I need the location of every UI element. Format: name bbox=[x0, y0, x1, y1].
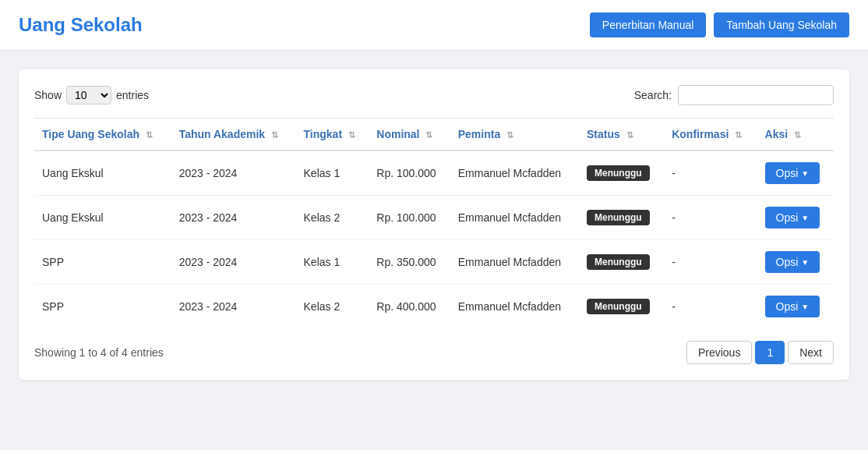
show-entries: Show 10 25 50 100 entries bbox=[34, 86, 149, 105]
page-1-button[interactable]: 1 bbox=[755, 341, 785, 364]
table-body: Uang Ekskul 2023 - 2024 Kelas 1 Rp. 100.… bbox=[34, 151, 834, 328]
show-label: Show bbox=[34, 89, 62, 101]
status-badge-0: Menunggu bbox=[587, 165, 650, 181]
opsi-button-1[interactable]: Opsi bbox=[765, 207, 820, 229]
page-title: Uang Sekolah bbox=[19, 14, 143, 36]
table-container: Show 10 25 50 100 entries Search: Tipe U… bbox=[19, 69, 849, 380]
tambah-uang-sekolah-button[interactable]: Tambah Uang Sekolah bbox=[714, 12, 849, 37]
cell-aksi-1: Opsi bbox=[757, 196, 834, 240]
col-status: Status ⇅ bbox=[579, 119, 664, 151]
status-badge-2: Menunggu bbox=[587, 254, 650, 270]
cell-tingkat-0: Kelas 1 bbox=[296, 151, 369, 196]
cell-nominal-0: Rp. 100.000 bbox=[369, 151, 450, 196]
cell-konfirmasi-3: - bbox=[664, 285, 757, 329]
cell-tingkat-3: Kelas 2 bbox=[296, 285, 369, 329]
header-bar: Uang Sekolah Penerbitan Manual Tambah Ua… bbox=[0, 0, 868, 51]
table-controls: Show 10 25 50 100 entries Search: bbox=[34, 85, 834, 105]
showing-info: Showing 1 to 4 of 4 entries bbox=[34, 346, 164, 359]
table-header-row: Tipe Uang Sekolah ⇅ Tahun Akademik ⇅ Tin… bbox=[34, 119, 834, 151]
opsi-button-3[interactable]: Opsi bbox=[765, 296, 820, 317]
sort-icon-tingkat: ⇅ bbox=[348, 130, 355, 140]
cell-konfirmasi-1: - bbox=[664, 196, 757, 240]
col-peminta: Peminta ⇅ bbox=[450, 119, 579, 151]
sort-icon-tahun: ⇅ bbox=[271, 130, 278, 140]
table-row: Uang Ekskul 2023 - 2024 Kelas 1 Rp. 100.… bbox=[34, 151, 834, 196]
col-nominal: Nominal ⇅ bbox=[369, 119, 450, 151]
sort-icon-tipe: ⇅ bbox=[146, 130, 153, 140]
sort-icon-status: ⇅ bbox=[626, 130, 633, 140]
status-badge-1: Menunggu bbox=[587, 210, 650, 225]
cell-tipe-0: Uang Ekskul bbox=[34, 151, 171, 196]
cell-status-1: Menunggu bbox=[579, 196, 664, 240]
previous-button[interactable]: Previous bbox=[686, 341, 752, 364]
sort-icon-aksi: ⇅ bbox=[794, 130, 801, 140]
sort-icon-nominal: ⇅ bbox=[425, 130, 432, 140]
cell-tipe-1: Uang Ekskul bbox=[34, 196, 171, 240]
penerbitan-manual-button[interactable]: Penerbitan Manual bbox=[590, 12, 707, 37]
search-area: Search: bbox=[634, 85, 834, 105]
sort-icon-peminta: ⇅ bbox=[506, 130, 513, 140]
cell-tipe-3: SPP bbox=[34, 285, 171, 329]
cell-status-0: Menunggu bbox=[579, 151, 664, 196]
opsi-button-0[interactable]: Opsi bbox=[765, 162, 820, 184]
search-label: Search: bbox=[634, 89, 672, 101]
cell-konfirmasi-0: - bbox=[664, 151, 757, 196]
cell-aksi-2: Opsi bbox=[757, 240, 834, 285]
pagination: Previous 1 Next bbox=[686, 341, 834, 364]
data-table: Tipe Uang Sekolah ⇅ Tahun Akademik ⇅ Tin… bbox=[34, 118, 834, 328]
sort-icon-konfirmasi: ⇅ bbox=[735, 130, 742, 140]
col-konfirmasi: Konfirmasi ⇅ bbox=[664, 119, 757, 151]
table-row: SPP 2023 - 2024 Kelas 2 Rp. 400.000 Emma… bbox=[34, 285, 834, 329]
cell-peminta-1: Emmanuel Mcfadden bbox=[450, 196, 579, 240]
cell-konfirmasi-2: - bbox=[664, 240, 757, 285]
cell-tipe-2: SPP bbox=[34, 240, 171, 285]
table-footer: Showing 1 to 4 of 4 entries Previous 1 N… bbox=[34, 341, 834, 364]
cell-tahun-0: 2023 - 2024 bbox=[171, 151, 296, 196]
col-tingkat: Tingkat ⇅ bbox=[296, 119, 369, 151]
table-row: Uang Ekskul 2023 - 2024 Kelas 2 Rp. 100.… bbox=[34, 196, 834, 240]
cell-tahun-1: 2023 - 2024 bbox=[171, 196, 296, 240]
opsi-button-2[interactable]: Opsi bbox=[765, 251, 820, 273]
main-content: Show 10 25 50 100 entries Search: Tipe U… bbox=[0, 51, 868, 399]
cell-nominal-1: Rp. 100.000 bbox=[369, 196, 450, 240]
cell-peminta-2: Emmanuel Mcfadden bbox=[450, 240, 579, 285]
table-row: SPP 2023 - 2024 Kelas 1 Rp. 350.000 Emma… bbox=[34, 240, 834, 285]
entries-select[interactable]: 10 25 50 100 bbox=[66, 86, 111, 105]
header-buttons: Penerbitan Manual Tambah Uang Sekolah bbox=[590, 12, 849, 37]
cell-nominal-2: Rp. 350.000 bbox=[369, 240, 450, 285]
cell-aksi-0: Opsi bbox=[757, 151, 834, 196]
cell-tingkat-2: Kelas 1 bbox=[296, 240, 369, 285]
cell-aksi-3: Opsi bbox=[757, 285, 834, 329]
cell-status-2: Menunggu bbox=[579, 240, 664, 285]
cell-peminta-0: Emmanuel Mcfadden bbox=[450, 151, 579, 196]
cell-tahun-3: 2023 - 2024 bbox=[171, 285, 296, 329]
entries-label: entries bbox=[116, 89, 149, 101]
cell-tahun-2: 2023 - 2024 bbox=[171, 240, 296, 285]
cell-peminta-3: Emmanuel Mcfadden bbox=[450, 285, 579, 329]
cell-tingkat-1: Kelas 2 bbox=[296, 196, 369, 240]
status-badge-3: Menunggu bbox=[587, 299, 650, 314]
search-input[interactable] bbox=[678, 85, 834, 105]
next-button[interactable]: Next bbox=[788, 341, 834, 364]
col-tipe: Tipe Uang Sekolah ⇅ bbox=[34, 119, 171, 151]
cell-nominal-3: Rp. 400.000 bbox=[369, 285, 450, 329]
col-tahun: Tahun Akademik ⇅ bbox=[171, 119, 296, 151]
col-aksi: Aksi ⇅ bbox=[757, 119, 834, 151]
cell-status-3: Menunggu bbox=[579, 285, 664, 329]
